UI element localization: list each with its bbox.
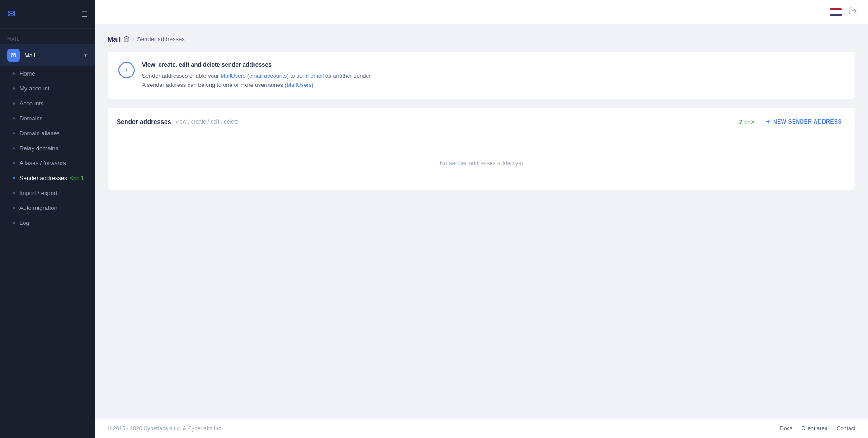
- sidebar-item-label: Import / export: [19, 190, 57, 196]
- sidebar-item-label: Relay domains: [19, 145, 58, 152]
- new-btn-label: NEW SENDER ADDRESS: [773, 119, 842, 125]
- sidebar-item-auto-migration[interactable]: Auto migration: [0, 200, 95, 215]
- sidebar-item-label: Home: [19, 70, 35, 77]
- table-empty-state: No sender addresses added yet: [108, 136, 855, 190]
- plus-icon: +: [766, 118, 770, 126]
- breadcrumb-section: Mail: [108, 35, 121, 43]
- breadcrumb-separator: ›: [132, 36, 134, 43]
- count-indicator: 2 ==>: [739, 119, 755, 125]
- nav-dot: [13, 72, 15, 75]
- table-empty-text: No sender addresses added yet: [440, 160, 523, 167]
- table-card-right: 2 ==> + NEW SENDER ADDRESS: [739, 115, 846, 129]
- breadcrumb: Mail › Sender addresses: [108, 35, 855, 43]
- info-description: Sender addresses enable your MailUsers (…: [142, 71, 371, 90]
- footer: © 2015 - 2020 Cyberlabs s.r.o. & Cyberla…: [95, 419, 868, 438]
- info-card: ℹ View, create, edit and delete sender a…: [108, 52, 855, 99]
- topbar: [95, 0, 868, 24]
- home-icon: [123, 35, 130, 43]
- table-card-actions: view / create / edit / delete: [176, 119, 239, 125]
- info-text: View, create, edit and delete sender add…: [142, 61, 371, 90]
- sidebar-item-aliases-forwards[interactable]: Aliases / forwards: [0, 156, 95, 171]
- highlight-send-email: send email: [297, 73, 324, 79]
- mail-logo-icon: ✉: [7, 8, 15, 20]
- highlight-email-accounts: email accounts: [249, 73, 287, 79]
- main-area: Mail › Sender addresses ℹ View, create, …: [95, 0, 868, 438]
- table-card-title: Sender addresses: [117, 118, 171, 125]
- sidebar-item-label: Log: [19, 219, 29, 226]
- nav-dot: [13, 222, 15, 224]
- content-area: Mail › Sender addresses ℹ View, create, …: [95, 24, 868, 419]
- new-sender-address-button[interactable]: + NEW SENDER ADDRESS: [761, 115, 846, 129]
- nav-dot: [13, 147, 15, 149]
- sidebar: ✉ ☰ MAIL ✉ Mail ▼ Home My account Accoun…: [0, 0, 95, 438]
- sidebar-item-domain-aliases[interactable]: Domain aliases: [0, 126, 95, 141]
- table-card-title-area: Sender addresses view / create / edit / …: [117, 118, 239, 125]
- sidebar-header: ✉ ☰: [0, 0, 95, 29]
- footer-link-contact[interactable]: Contact: [837, 425, 855, 432]
- sidebar-item-log[interactable]: Log: [0, 215, 95, 230]
- footer-copyright: © 2015 - 2020 Cyberlabs s.r.o. & Cyberla…: [108, 425, 222, 432]
- sidebar-item-label: Accounts: [19, 100, 43, 107]
- nav-dot: [13, 162, 15, 164]
- sidebar-menu: Home My account Accounts Domains Domain …: [0, 66, 95, 230]
- language-flag[interactable]: [830, 8, 842, 16]
- sidebar-item-accounts[interactable]: Accounts: [0, 96, 95, 111]
- nav-dot: [13, 207, 15, 209]
- logout-icon[interactable]: [849, 7, 857, 17]
- hamburger-icon[interactable]: ☰: [81, 10, 88, 19]
- mail-parent-icon: ✉: [7, 49, 20, 62]
- nav-dot: [13, 102, 15, 105]
- footer-links: Docs Client area Contact: [780, 425, 855, 432]
- footer-link-client-area[interactable]: Client area: [802, 425, 828, 432]
- sidebar-item-sender-addresses[interactable]: Sender addresses <== 1: [0, 171, 95, 186]
- highlight-mailusers: MailUsers: [221, 73, 246, 79]
- nav-dot: [13, 117, 15, 119]
- nav-dot: [13, 177, 15, 179]
- sidebar-item-label: Domains: [19, 115, 42, 122]
- sidebar-item-my-account[interactable]: My account: [0, 81, 95, 96]
- breadcrumb-current: Sender addresses: [137, 36, 185, 43]
- nav-dot: [13, 87, 15, 90]
- nav-dot: [13, 192, 15, 194]
- info-title: View, create, edit and delete sender add…: [142, 61, 371, 68]
- info-icon: ℹ: [118, 62, 135, 78]
- sidebar-item-label: My account: [19, 85, 49, 92]
- sidebar-parent-label: Mail: [24, 52, 35, 59]
- sidebar-item-annotation: <== 1: [70, 175, 84, 181]
- sidebar-item-label: Sender addresses: [19, 175, 67, 181]
- sidebar-item-label: Aliases / forwards: [19, 160, 66, 167]
- table-card: Sender addresses view / create / edit / …: [108, 108, 855, 190]
- sidebar-item-label: Domain aliases: [19, 130, 60, 137]
- sidebar-item-domains[interactable]: Domains: [0, 111, 95, 126]
- sidebar-item-home[interactable]: Home: [0, 66, 95, 81]
- topbar-actions: [830, 7, 857, 17]
- flag-stripe-blue: [830, 14, 842, 16]
- highlight-mailusers-2: MailUsers: [287, 82, 312, 88]
- sidebar-item-label: Auto migration: [19, 205, 57, 211]
- nav-dot: [13, 132, 15, 134]
- sidebar-item-relay-domains[interactable]: Relay domains: [0, 141, 95, 156]
- sidebar-parent-mail[interactable]: ✉ Mail ▼: [0, 44, 95, 66]
- table-card-header: Sender addresses view / create / edit / …: [108, 108, 855, 136]
- footer-link-docs[interactable]: Docs: [780, 425, 792, 432]
- sidebar-item-import-export[interactable]: Import / export: [0, 186, 95, 200]
- chevron-down-icon: ▼: [83, 53, 88, 58]
- sidebar-section-label: MAIL: [0, 29, 95, 44]
